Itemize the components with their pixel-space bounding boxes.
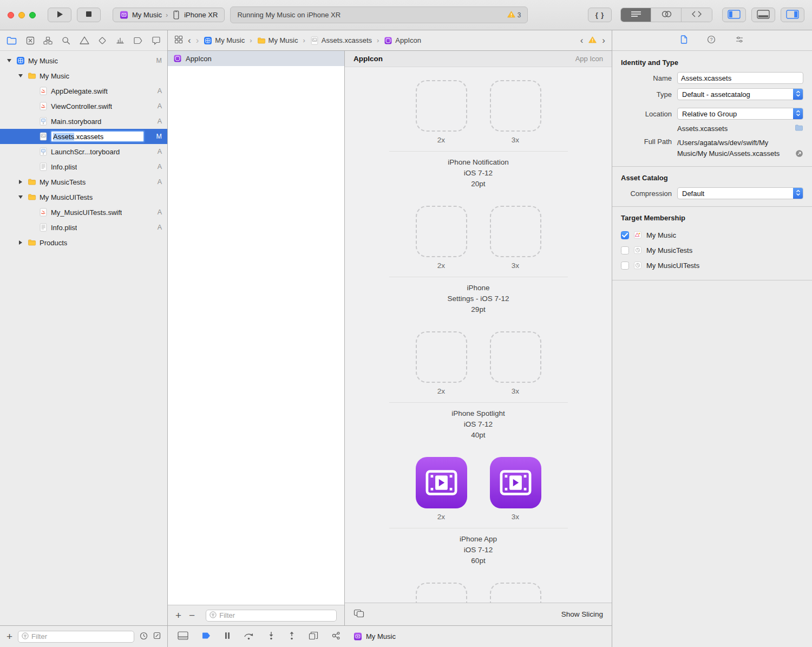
navigator-row-info-plist[interactable]: Info.plistA [0,220,167,235]
target-checkbox-my-music[interactable] [621,231,629,239]
assistant-editor-button[interactable] [651,8,682,22]
next-issue-button[interactable]: › [602,36,605,45]
view-debugger-icon[interactable] [309,631,318,642]
breadcrumb-item-assets-xcassets[interactable]: Assets.xcassets [310,36,372,45]
code-snippets-button[interactable]: { } [588,8,612,22]
appicon-slot-empty-2x[interactable] [416,80,467,132]
source-control-filter-icon[interactable] [153,632,161,641]
standard-editor-button[interactable] [621,8,651,22]
compression-label: Compression [621,189,677,198]
pause-icon[interactable] [224,632,231,641]
navigator-filter-input[interactable] [31,632,130,641]
appicon-slot-empty-2x[interactable] [416,583,467,603]
rename-field[interactable]: Assets.xcassets [51,131,144,142]
disclosure-down-icon[interactable] [17,74,24,77]
debug-navigator-icon[interactable] [116,36,125,45]
scheme-selector[interactable]: My Music › iPhone XR [113,8,225,22]
forward-button[interactable]: › [196,36,199,45]
symbol-navigator-icon[interactable] [43,36,53,45]
navigator-row-info-plist[interactable]: Info.plistA [0,159,167,174]
report-navigator-icon[interactable] [152,36,161,45]
navigator-row-my-music[interactable]: My Music [0,68,167,83]
appicon-slot-empty-2x[interactable] [416,331,467,383]
slot-group-caption: iPhone SpotlightiOS 7-1240pt [451,408,505,441]
breakpoint-navigator-icon[interactable] [133,37,142,44]
navigator-row-main-storyboard[interactable]: Main.storyboardA [0,114,167,129]
compression-dropdown[interactable]: Default [677,187,803,199]
back-button[interactable]: ‹ [188,36,191,45]
target-checkbox-my-musicuitests[interactable] [621,262,629,270]
navigator-row-my-music[interactable]: My MusicM [0,53,167,68]
zoom-window-button[interactable] [29,12,36,18]
toggle-debug-area-button[interactable] [751,8,775,22]
navigator-row-my-musicuitests[interactable]: My MusicUITests [0,189,167,205]
project-navigator-icon[interactable] [6,36,17,45]
toggle-navigator-button[interactable] [722,8,746,22]
scale-label: 3x [490,513,541,521]
breadcrumb-item-my-music[interactable]: My Music [204,36,245,45]
asset-filter-input[interactable] [219,611,333,619]
target-checkbox-my-musictests[interactable] [621,246,629,254]
slot-group-caption: iPhone NotificationiOS 7-1220pt [448,157,509,189]
step-out-icon[interactable] [288,631,296,642]
test-navigator-icon[interactable] [98,36,107,45]
navigator-row-assets-xcassets[interactable]: Assets.xcassetsM [0,129,167,144]
recent-files-filter-icon[interactable] [140,632,148,642]
attributes-inspector-tab[interactable] [735,35,744,45]
appicon-slot-empty-2x[interactable] [416,206,467,257]
stop-button[interactable] [77,8,101,22]
running-process-badge[interactable]: My Music [353,632,396,641]
navigator-row-appdelegate-swift[interactable]: AppDelegate.swiftA [0,83,167,99]
full-path-value: /Users/agata/ws/dev/swift/My Music/My Mu… [677,138,792,159]
jumpbar-warning-icon[interactable] [588,36,597,45]
appicon-slot-filled-2x[interactable] [416,457,467,508]
memory-graph-icon[interactable] [331,631,340,642]
add-asset-button[interactable]: + [175,610,181,620]
quick-help-tab[interactable]: ? [707,35,716,45]
appicon-slot-empty-3x[interactable] [490,206,541,257]
issue-navigator-icon[interactable] [80,36,89,44]
minimize-window-button[interactable] [18,12,25,18]
appicon-slot-filled-3x[interactable] [490,457,541,508]
step-into-icon[interactable] [267,631,275,642]
breakpoints-toggle-icon[interactable] [201,632,211,641]
disclosure-right-icon[interactable] [17,180,24,184]
source-control-navigator-icon[interactable] [26,36,35,45]
appicon-slot-empty-3x[interactable] [490,80,541,132]
disclosure-down-icon[interactable] [5,59,13,62]
disclosure-down-icon[interactable] [17,195,24,199]
run-button[interactable] [48,8,71,22]
breadcrumb-item-appicon[interactable]: AppIcon [384,36,421,45]
appicon-slot-empty-3x[interactable] [490,331,541,383]
find-navigator-icon[interactable] [62,36,70,45]
type-dropdown[interactable]: Default - assetcatalog [677,88,803,100]
navigator-row-viewcontroller-swift[interactable]: ViewController.swiftA [0,99,167,114]
version-editor-button[interactable] [682,8,712,22]
asset-list-item-appicon[interactable]: AppIcon [168,51,344,66]
navigator-row-products[interactable]: Products [0,235,167,250]
location-dropdown[interactable]: Relative to Group [677,108,803,120]
appicon-slot-empty-3x[interactable] [490,583,541,603]
step-over-icon[interactable] [244,632,254,642]
show-slicing-button[interactable]: Show Slicing [561,610,603,618]
file-name-value: Assets.xcassets [677,125,728,133]
breadcrumb-item-my-music[interactable]: My Music [257,36,298,45]
name-field[interactable] [677,72,803,84]
navigator-row-launchscr-toryboard[interactable]: LaunchScr...toryboardA [0,144,167,159]
warning-badge[interactable]: 3 [507,11,521,19]
navigator-row-my-musicuitests-swift[interactable]: My_MusicUITests.swiftA [0,205,167,220]
open-in-finder-icon[interactable] [795,149,803,159]
related-items-icon[interactable] [174,35,183,45]
file-inspector-tab[interactable] [680,35,687,45]
previous-issue-button[interactable]: ‹ [580,36,584,45]
close-window-button[interactable] [8,12,14,18]
toggle-inspector-button[interactable] [781,8,804,22]
navigator-row-my-musictests[interactable]: My MusicTestsA [0,174,167,189]
folder-icon [28,238,36,247]
choose-folder-icon[interactable] [795,124,803,133]
toggle-debug-area-icon[interactable] [178,631,188,642]
add-file-button[interactable]: + [6,631,12,642]
disclosure-right-icon[interactable] [17,240,24,245]
remove-asset-button[interactable]: − [189,610,195,620]
plist-icon [39,223,48,232]
